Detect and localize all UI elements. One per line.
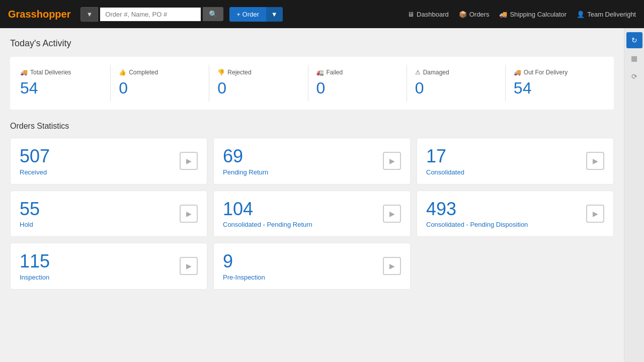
shipping-icon: 🚚 (499, 11, 507, 18)
add-order-caret[interactable]: ▼ (266, 7, 283, 22)
stat-card-hold[interactable]: 55 Hold ▶ (10, 191, 207, 237)
stat-card-number: 55 (20, 199, 40, 219)
add-order-button[interactable]: + Order (229, 7, 266, 22)
stat-card-label: Inspection (20, 274, 50, 281)
stat-icon: 🚚 (514, 69, 521, 76)
stat-label: 👎 Rejected (217, 69, 299, 76)
stat-label: 🚚 Out For Delivery (514, 69, 596, 76)
stat-card-received[interactable]: 507 Received ▶ (10, 138, 207, 185)
nav-orders[interactable]: 📦 Orders (459, 11, 490, 18)
stat-card-content: 493 Consolidated - Pending Disposition (426, 199, 528, 229)
search-input[interactable] (100, 8, 201, 21)
stat-card-label: Hold (20, 221, 40, 228)
stat-card-number: 104 (223, 199, 312, 219)
stat-value: 54 (514, 79, 596, 98)
stat-label: 👍 Completed (119, 69, 201, 76)
stat-card-number: 493 (426, 199, 528, 219)
stat-card-arrow[interactable]: ▶ (586, 205, 604, 223)
stat-card-consolidated---pending-disposition[interactable]: 493 Consolidated - Pending Disposition ▶ (417, 191, 614, 237)
header: Grasshopper ▼ 🔍 + Order ▼ 🖥 Dashboard 📦 … (0, 0, 644, 28)
stat-card-content: 115 Inspection (20, 251, 50, 281)
orders-icon: 📦 (459, 11, 467, 18)
stat-card-content: 69 Pending Return (223, 146, 268, 176)
nav-shipping-calculator[interactable]: 🚚 Shipping Calculator (499, 11, 567, 18)
activity-stat-total-deliveries: 🚚 Total Deliveries 54 (20, 65, 111, 102)
stat-card-label: Pre-Inspection (223, 274, 265, 281)
stat-card-consolidated---pending-return[interactable]: 104 Consolidated - Pending Return ▶ (213, 191, 411, 237)
stat-value: 0 (316, 79, 398, 98)
stat-card-pending-return[interactable]: 69 Pending Return ▶ (213, 138, 411, 185)
refresh-icon[interactable]: ↻ (626, 32, 642, 48)
logo: Grasshopper (8, 9, 70, 20)
orders-statistics-title: Orders Statistics (10, 122, 614, 131)
stat-card-content: 17 Consolidated (426, 146, 464, 176)
stat-card-number: 9 (223, 251, 265, 272)
stat-card-content: 55 Hold (20, 199, 40, 229)
stat-value: 0 (415, 79, 497, 98)
stat-card-number: 17 (426, 146, 464, 166)
activity-stat-failed: 🚛 Failed 0 (308, 65, 407, 102)
stat-card-arrow[interactable]: ▶ (180, 205, 198, 223)
stat-card-pre-inspection[interactable]: 9 Pre-Inspection ▶ (213, 243, 411, 290)
stat-icon: 👍 (119, 69, 126, 76)
activity-stat-damaged: ⚠ Damaged 0 (407, 65, 506, 102)
nav-team[interactable]: 👤 Team Deliveright (577, 11, 636, 18)
filter-button[interactable]: ▼ (80, 7, 98, 22)
dashboard-icon: 🖥 (408, 11, 414, 18)
sidebar: ↻ ▦ ⟳ (624, 28, 644, 362)
stat-card-number: 115 (20, 251, 50, 272)
search-bar: ▼ 🔍 (80, 7, 223, 22)
stat-card-label: Consolidated (426, 168, 464, 176)
stat-value: 0 (119, 79, 201, 98)
stat-icon: 👎 (217, 69, 225, 76)
stat-icon: 🚚 (20, 69, 28, 76)
stat-card-label: Consolidated - Pending Disposition (426, 221, 528, 228)
stat-label: 🚚 Total Deliveries (20, 69, 102, 76)
activity-stat-completed: 👍 Completed 0 (111, 65, 209, 102)
page-title: Today's Activity (10, 38, 614, 49)
stat-card-content: 507 Received (20, 146, 50, 176)
activity-card: 🚚 Total Deliveries 54 👍 Completed 0 👎 Re… (10, 57, 614, 110)
main-content: Today's Activity 🚚 Total Deliveries 54 👍… (0, 28, 624, 362)
history-icon[interactable]: ⟳ (626, 68, 642, 84)
stat-card-arrow[interactable]: ▶ (383, 205, 401, 223)
stat-card-inspection[interactable]: 115 Inspection ▶ (10, 243, 207, 290)
stat-icon: 🚛 (316, 69, 324, 76)
stat-card-consolidated[interactable]: 17 Consolidated ▶ (417, 138, 614, 185)
stats-grid: 507 Received ▶ 69 Pending Return ▶ 17 Co… (10, 138, 614, 290)
stat-card-arrow[interactable]: ▶ (180, 152, 198, 170)
stat-card-arrow[interactable]: ▶ (383, 257, 401, 275)
stat-value: 0 (217, 79, 299, 98)
stat-value: 54 (20, 79, 102, 98)
stat-card-label: Received (20, 168, 50, 176)
add-order-group: + Order ▼ (229, 7, 282, 22)
stat-card-number: 507 (20, 146, 50, 166)
main-nav: 🖥 Dashboard 📦 Orders 🚚 Shipping Calculat… (408, 11, 636, 18)
team-icon: 👤 (577, 11, 585, 18)
activity-stat-rejected: 👎 Rejected 0 (209, 65, 308, 102)
stat-card-content: 9 Pre-Inspection (223, 251, 265, 281)
stat-card-arrow[interactable]: ▶ (383, 152, 401, 170)
search-button[interactable]: 🔍 (203, 7, 223, 21)
stat-card-label: Consolidated - Pending Return (223, 221, 312, 228)
stat-card-number: 69 (223, 146, 268, 166)
stat-card-content: 104 Consolidated - Pending Return (223, 199, 312, 229)
grid-icon[interactable]: ▦ (626, 50, 642, 66)
activity-stat-out-for-delivery: 🚚 Out For Delivery 54 (506, 65, 604, 102)
stat-label: 🚛 Failed (316, 69, 398, 76)
stat-card-arrow[interactable]: ▶ (586, 152, 604, 170)
stat-card-arrow[interactable]: ▶ (180, 257, 198, 275)
stat-icon: ⚠ (415, 69, 421, 76)
nav-dashboard[interactable]: 🖥 Dashboard (408, 11, 449, 18)
stat-card-label: Pending Return (223, 168, 268, 176)
stat-label: ⚠ Damaged (415, 69, 497, 76)
